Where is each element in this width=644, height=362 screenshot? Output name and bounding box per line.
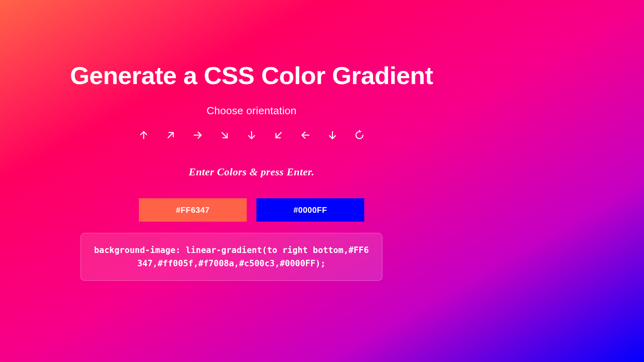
page-title: Generate a CSS Color Gradient [60,62,443,88]
orientation-up-button[interactable] [138,130,149,141]
orientation-down-left-button[interactable] [273,130,284,141]
svg-line-1 [168,132,173,138]
orientation-rotate-button[interactable] [354,130,365,141]
orientation-up-right-button[interactable] [165,130,176,141]
arrow-down-left-icon [273,130,284,142]
orientation-down-button[interactable] [246,130,257,141]
enter-colors-label: Enter Colors & press Enter. [60,166,443,178]
orientation-left-button[interactable] [300,130,311,141]
orientation-buttons [60,130,443,141]
color-input-1[interactable] [139,198,247,222]
orientation-right-button[interactable] [192,130,203,141]
arrow-down-icon [246,130,257,142]
arrow-down-icon [327,130,338,142]
app-container: Generate a CSS Color Gradient Choose ori… [60,0,443,281]
svg-line-3 [222,132,227,138]
arrow-right-icon [192,130,203,142]
svg-line-5 [276,132,281,138]
color-input-2[interactable] [256,198,364,222]
orientation-down-button-2[interactable] [327,130,338,141]
css-output-box[interactable]: background-image: linear-gradient(to rig… [80,233,382,281]
arrow-left-icon [300,130,311,142]
arrow-down-right-icon [219,130,230,142]
arrow-up-icon [138,130,149,142]
arrow-up-right-icon [165,130,176,142]
orientation-down-right-button[interactable] [219,130,230,141]
orientation-label: Choose orientation [60,105,443,117]
rotate-icon [354,130,365,142]
color-inputs-row [60,198,443,222]
